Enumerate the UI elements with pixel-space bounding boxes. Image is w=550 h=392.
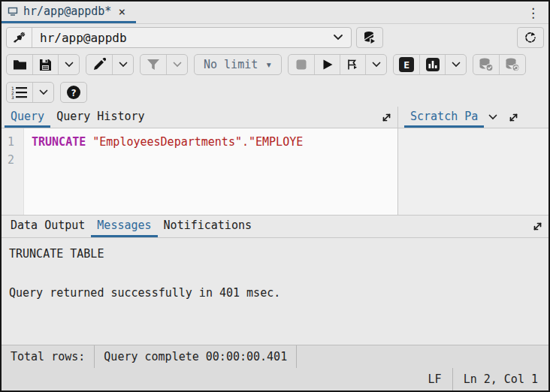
explain-icon: E <box>399 57 414 72</box>
scratch-pad-chevron[interactable] <box>484 107 502 128</box>
row-limit-select[interactable]: No limit ▾ <box>194 54 282 75</box>
filter-icon <box>147 59 160 71</box>
execute-options-chevron[interactable] <box>365 55 386 74</box>
line-number-gutter: 1 2 <box>2 128 24 215</box>
row-limit-value: No limit <box>204 58 258 71</box>
flag-play-icon <box>346 59 359 71</box>
more-options-icon[interactable]: ⋮ <box>518 2 548 23</box>
tab-messages[interactable]: Messages <box>91 216 157 237</box>
refresh-icon <box>524 31 537 44</box>
svg-text:3: 3 <box>11 95 14 99</box>
tab-data-output[interactable]: Data Output <box>5 216 91 237</box>
tab-query-history[interactable]: Query History <box>50 107 150 128</box>
edit-group <box>86 54 134 75</box>
expand-scratch-pad-icon[interactable] <box>502 107 524 128</box>
folder-icon <box>13 59 27 71</box>
explain-button[interactable]: E <box>394 55 419 74</box>
stop-button[interactable] <box>289 55 314 74</box>
output-tabs-row: Data Output Messages Notifications <box>2 216 548 238</box>
open-file-button[interactable] <box>7 55 32 74</box>
status-row-top: Total rows: Query complete 00:00:00.401 <box>2 345 548 368</box>
scratch-pad-header: Scratch Pa <box>397 107 548 128</box>
tab-query[interactable]: Query <box>5 107 50 128</box>
commit-icon <box>478 57 494 72</box>
macro-group: 123 <box>6 82 54 103</box>
macro-button[interactable]: 123 <box>7 83 32 102</box>
main-toolbar: No limit ▾ E <box>2 51 548 78</box>
status-bar: Total rows: Query complete 00:00:00.401 … <box>2 345 548 390</box>
cursor-position: Ln 2, Col 1 <box>452 368 548 390</box>
explain-options-chevron[interactable] <box>445 55 466 74</box>
terminal-icon <box>8 6 18 17</box>
sql-code[interactable]: TRUNCATE "EmployeesDepartments"."EMPLOYE <box>24 128 397 215</box>
rollback-icon <box>504 57 521 72</box>
query-complete-status: Query complete 00:00:00.401 <box>95 345 297 368</box>
transaction-group <box>473 54 526 75</box>
svg-text:?: ? <box>71 87 77 98</box>
question-mark-icon: ? <box>66 85 81 100</box>
save-icon <box>39 59 52 71</box>
total-rows-label: Total rows: <box>2 345 95 368</box>
sql-identifier: "EmployeesDepartments"."EMPLOYE <box>86 135 303 149</box>
messages-panel: TRUNCATE TABLE Query returned successful… <box>2 238 548 345</box>
editor-row: 1 2 TRUNCATE "EmployeesDepartments"."EMP… <box>2 128 548 216</box>
message-line: TRUNCATE TABLE <box>9 244 541 264</box>
explain-group: E <box>393 54 467 75</box>
filter-button[interactable] <box>141 55 166 74</box>
database-connection-icon <box>362 30 377 45</box>
sql-editor[interactable]: 1 2 TRUNCATE "EmployeesDepartments"."EMP… <box>2 128 397 215</box>
line-number: 1 <box>8 133 19 151</box>
tab-scratch-pad[interactable]: Scratch Pa <box>404 107 484 128</box>
stop-icon <box>295 59 307 71</box>
eol-indicator[interactable]: LF <box>418 368 452 390</box>
help-group: ? <box>60 82 87 103</box>
caret-down-icon: ▾ <box>265 58 272 71</box>
connection-bar: hr/app@appdb <box>2 24 548 51</box>
filter-group <box>140 54 188 75</box>
save-options-chevron[interactable] <box>58 55 79 74</box>
file-group <box>6 54 80 75</box>
save-file-button[interactable] <box>32 55 58 74</box>
scratch-pad-editor[interactable] <box>397 128 548 215</box>
tab-notifications[interactable]: Notifications <box>158 216 258 237</box>
connection-value: hr/app@appdb <box>32 31 325 45</box>
macro-options-chevron[interactable] <box>32 83 53 102</box>
query-tool-tab[interactable]: hr/app@appdb* × <box>2 2 136 23</box>
line-number: 2 <box>8 151 19 169</box>
filter-options-chevron[interactable] <box>166 55 187 74</box>
query-tool-window: hr/app@appdb* × ⋮ hr/app@appdb <box>0 0 550 392</box>
new-connection-button[interactable] <box>356 27 383 48</box>
tab-title: hr/app@appdb* <box>23 5 111 18</box>
explain-analyze-button[interactable] <box>419 55 445 74</box>
edit-options-chevron[interactable] <box>112 55 133 74</box>
message-line: Query returned successfully in 401 msec. <box>9 283 541 303</box>
execute-script-button[interactable] <box>340 55 365 74</box>
connection-select[interactable]: hr/app@appdb <box>6 27 352 48</box>
play-icon <box>322 59 334 71</box>
refresh-button[interactable] <box>517 27 544 48</box>
message-line <box>9 264 541 283</box>
rollback-button[interactable] <box>499 55 525 74</box>
chevron-down-icon[interactable] <box>325 34 351 41</box>
execute-button[interactable] <box>314 55 340 74</box>
commit-button[interactable] <box>473 55 499 74</box>
expand-output-panel-icon[interactable] <box>526 216 548 237</box>
numbered-list-icon: 123 <box>11 86 28 99</box>
secondary-toolbar: 123 ? <box>2 78 548 107</box>
document-tab-bar: hr/app@appdb* × ⋮ <box>2 2 548 24</box>
expand-query-panel-icon[interactable] <box>375 107 397 128</box>
bar-chart-icon <box>425 57 440 72</box>
close-tab-icon[interactable]: × <box>116 5 127 19</box>
status-row-bottom: LF Ln 2, Col 1 <box>2 368 548 390</box>
edit-button[interactable] <box>86 55 112 74</box>
query-tabs: Query Query History <box>2 107 397 128</box>
sql-keyword: TRUNCATE <box>32 135 86 149</box>
execute-group <box>288 54 387 75</box>
help-button[interactable]: ? <box>61 83 86 102</box>
plug-icon <box>7 28 32 47</box>
query-tabs-row: Query Query History Scratch Pa <box>2 107 548 128</box>
pencil-icon <box>92 58 106 71</box>
